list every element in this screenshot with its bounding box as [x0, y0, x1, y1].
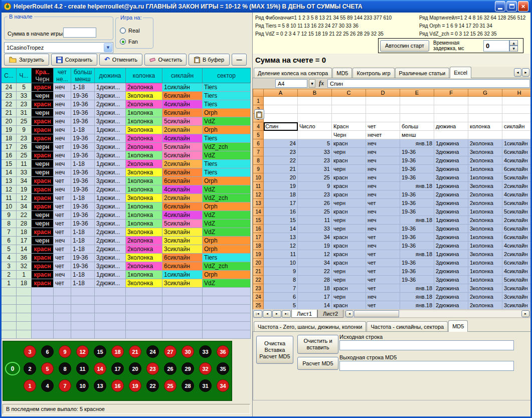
excel-cell[interactable]: чет: [366, 267, 400, 276]
excel-cell[interactable]: янв.18: [400, 139, 434, 148]
excel-cell[interactable]: 18: [264, 190, 298, 199]
namebox-dropdown-icon[interactable]: ▼: [309, 79, 315, 88]
excel-cell[interactable]: 3дюжина: [434, 207, 468, 216]
excel-cell[interactable]: янв.18: [400, 216, 434, 225]
excel-row-19[interactable]: 19: [253, 250, 264, 259]
radio-real[interactable]: Real: [120, 28, 140, 34]
excel-cell[interactable]: неч: [366, 148, 400, 156]
excel-row-9[interactable]: 9: [253, 165, 264, 173]
excel-cell[interactable]: сиклайн: [502, 122, 530, 131]
excel-cell[interactable]: [264, 97, 298, 105]
excel-cell[interactable]: 26: [298, 199, 332, 207]
excel-cell[interactable]: [298, 105, 332, 114]
excel-cell[interactable]: 17: [298, 293, 332, 301]
excel-row-5[interactable]: 5: [253, 131, 264, 139]
excel-cell[interactable]: неч: [366, 182, 400, 190]
excel-cell[interactable]: 1колонка: [468, 267, 502, 276]
delay-input[interactable]: [483, 40, 509, 52]
excel-cell[interactable]: красн: [332, 190, 366, 199]
excel-cell[interactable]: 1колонка: [468, 276, 502, 284]
excel-cell[interactable]: [366, 114, 400, 122]
excel-cell[interactable]: неч: [366, 293, 400, 301]
scroll-thumb[interactable]: [354, 310, 399, 317]
excel-cell[interactable]: 3сиклайн: [502, 284, 530, 293]
excel-cell[interactable]: 24: [264, 139, 298, 148]
board-number-32[interactable]: 32: [199, 362, 212, 375]
board-number-31[interactable]: 31: [199, 379, 212, 392]
undo-button[interactable]: ↶ Отменить: [99, 54, 142, 66]
excel-cell[interactable]: [264, 105, 298, 114]
spin-down-icon[interactable]: ▼: [509, 46, 518, 52]
excel-cell[interactable]: 1колонка: [468, 165, 502, 173]
excel-cell[interactable]: красн: [332, 139, 366, 148]
excel-cell[interactable]: 2дюжина: [434, 242, 468, 250]
excel-cell[interactable]: 19: [264, 182, 298, 190]
excel-cell[interactable]: 1колонка: [468, 233, 502, 242]
excel-cell[interactable]: неч: [366, 207, 400, 216]
excel-cell[interactable]: 11: [298, 216, 332, 225]
excel-cell[interactable]: 2сиклайн: [502, 250, 530, 259]
board-number-1[interactable]: 1: [24, 379, 36, 392]
excel-cell[interactable]: черн: [332, 216, 366, 225]
excel-cell[interactable]: 2колонка: [468, 301, 502, 309]
excel-cell[interactable]: 22: [298, 267, 332, 276]
excel-row-16[interactable]: 16: [253, 225, 264, 233]
excel-cell[interactable]: [366, 97, 400, 105]
board-number-11[interactable]: 11: [76, 362, 89, 375]
excel-cell[interactable]: [468, 131, 502, 139]
excel-cell[interactable]: [502, 97, 530, 105]
board-number-12[interactable]: 12: [76, 345, 89, 358]
excel-cell[interactable]: [502, 131, 530, 139]
excel-cell[interactable]: 4сиклайн: [502, 156, 530, 165]
excel-row-10[interactable]: 10: [253, 173, 264, 182]
excel-row-22[interactable]: 22: [253, 276, 264, 284]
excel-cell[interactable]: 34: [298, 259, 332, 267]
excel-cell[interactable]: 5: [264, 301, 298, 309]
excel-cell[interactable]: 2колонка: [468, 156, 502, 165]
excel-cell[interactable]: черн: [332, 267, 366, 276]
excel-cell[interactable]: 19-36: [400, 165, 434, 173]
top-tab-1[interactable]: MD5: [332, 68, 352, 78]
excel-cell[interactable]: черн: [332, 165, 366, 173]
excel-row-24[interactable]: 24: [253, 293, 264, 301]
board-number-27[interactable]: 27: [164, 345, 176, 358]
excel-cell[interactable]: 8: [264, 276, 298, 284]
excel-cell[interactable]: 1колонка: [468, 173, 502, 182]
excel-cell[interactable]: чет: [366, 301, 400, 309]
excel-cell[interactable]: 9: [298, 182, 332, 190]
excel-cell[interactable]: 3дюжина: [434, 259, 468, 267]
sheet-last-button[interactable]: ►|: [282, 310, 291, 318]
excel-row-12[interactable]: 12: [253, 190, 264, 199]
board-number-7[interactable]: 7: [59, 379, 71, 392]
load-button[interactable]: Загрузить: [4, 54, 49, 66]
excel-cell[interactable]: 19-36: [400, 148, 434, 156]
excel-row-7[interactable]: 7: [253, 148, 264, 156]
excel-cell[interactable]: 14: [298, 301, 332, 309]
excel-cell[interactable]: 2колонка: [468, 199, 502, 207]
board-number-36[interactable]: 36: [217, 345, 229, 358]
excel-cell[interactable]: неч: [366, 242, 400, 250]
excel-cell[interactable]: [468, 97, 502, 105]
excel-cell[interactable]: 9: [264, 267, 298, 276]
excel-cell[interactable]: 23: [298, 156, 332, 165]
board-number-28[interactable]: 28: [182, 379, 194, 392]
excel-col-B[interactable]: B: [298, 89, 332, 97]
cell-name-box[interactable]: A4: [275, 79, 307, 88]
board-number-25[interactable]: 25: [164, 379, 176, 392]
excel-cell[interactable]: 19-36: [400, 190, 434, 199]
paste-options-button[interactable]: [254, 109, 264, 119]
excel-corner[interactable]: [253, 89, 264, 97]
excel-cell[interactable]: 19: [298, 242, 332, 250]
excel-cell[interactable]: 2дюжина: [434, 156, 468, 165]
excel-cell[interactable]: чет: [366, 233, 400, 242]
excel-cell[interactable]: 31: [298, 165, 332, 173]
board-number-35[interactable]: 35: [217, 362, 229, 375]
excel-cell[interactable]: 3дюжина: [434, 165, 468, 173]
board-number-6[interactable]: 6: [41, 345, 54, 358]
excel-cell[interactable]: янв.18: [400, 284, 434, 293]
board-number-29[interactable]: 29: [182, 362, 194, 375]
board-number-30[interactable]: 30: [182, 345, 194, 358]
excel-cell[interactable]: 20: [264, 173, 298, 182]
tab-scroll-left-icon[interactable]: ◄: [514, 68, 521, 77]
bottom-tab-2[interactable]: MD5: [448, 320, 468, 332]
